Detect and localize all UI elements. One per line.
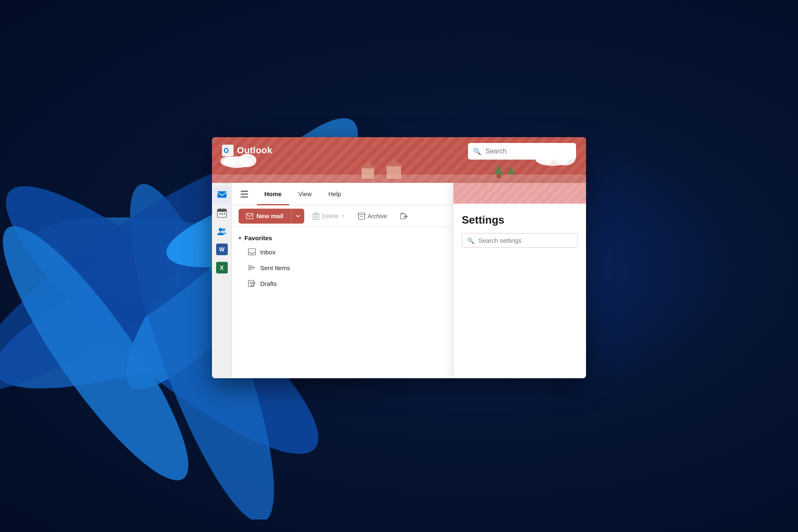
hamburger-line-2: [241, 194, 248, 195]
svg-text:O: O: [224, 147, 229, 154]
sidebar-icon-calendar[interactable]: [214, 204, 230, 221]
mail-icon: [217, 190, 227, 200]
excel-app-icon: X: [216, 262, 228, 273]
settings-title: Settings: [462, 214, 578, 227]
archive-icon: [358, 213, 365, 219]
search-input[interactable]: [485, 148, 571, 155]
svg-rect-37: [315, 213, 317, 214]
delete-button[interactable]: Delete: [308, 209, 349, 224]
settings-search-input[interactable]: [478, 237, 572, 244]
outlook-logo-text: Outlook: [237, 145, 272, 156]
new-mail-button[interactable]: New mail: [239, 209, 291, 224]
settings-search-bar[interactable]: 🔍: [462, 233, 578, 248]
svg-point-32: [219, 228, 222, 232]
svg-point-33: [222, 228, 225, 232]
outlook-logo: O Outlook: [222, 145, 272, 156]
new-mail-group: New mail: [239, 209, 304, 224]
delete-chevron-icon: [341, 215, 345, 217]
sent-items-icon: [248, 264, 256, 272]
svg-rect-29: [219, 213, 220, 214]
svg-rect-17: [387, 166, 401, 179]
hamburger-menu-button[interactable]: [237, 187, 252, 202]
tab-help[interactable]: Help: [321, 183, 349, 205]
svg-rect-15: [362, 168, 374, 179]
new-mail-envelope-icon: [246, 213, 253, 219]
tab-view[interactable]: View: [291, 183, 319, 205]
sidebar-icon-people[interactable]: [214, 223, 230, 239]
svg-rect-42: [358, 214, 365, 219]
delete-icon: [313, 212, 319, 220]
move-to-button[interactable]: [395, 209, 413, 224]
svg-rect-31: [224, 213, 225, 214]
sidebar-icon-excel[interactable]: X: [214, 259, 230, 276]
hamburger-line-1: [241, 191, 248, 192]
move-icon: [400, 213, 408, 219]
outlook-logo-icon: O: [222, 145, 234, 156]
chevron-down-icon: [296, 215, 300, 217]
inbox-icon: [248, 248, 256, 256]
svg-marker-19: [495, 164, 503, 175]
settings-band-pattern: [453, 183, 586, 204]
settings-search-icon: 🔍: [467, 237, 474, 244]
settings-panel: Settings 🔍: [453, 183, 586, 378]
settings-content: Settings 🔍: [453, 204, 586, 254]
header-search-bar[interactable]: 🔍: [468, 143, 576, 160]
outlook-body: W X Home View: [212, 183, 586, 378]
calendar-icon: [217, 208, 227, 218]
favorites-chevron-icon: ▾: [239, 235, 241, 241]
svg-marker-18: [384, 159, 403, 166]
settings-header-band: [453, 183, 586, 204]
icon-sidebar: W X: [212, 183, 232, 378]
drafts-icon: [248, 279, 256, 288]
sidebar-icon-word[interactable]: W: [214, 241, 230, 258]
svg-marker-16: [360, 161, 376, 168]
hamburger-line-3: [241, 197, 248, 197]
outlook-window: O Outlook 🔍: [212, 137, 586, 378]
archive-button[interactable]: Archive: [353, 209, 392, 224]
new-mail-dropdown-button[interactable]: [291, 209, 304, 224]
svg-rect-34: [246, 213, 253, 219]
tab-home[interactable]: Home: [257, 183, 289, 205]
svg-rect-21: [497, 175, 501, 178]
word-app-icon: W: [216, 244, 228, 255]
svg-marker-20: [507, 165, 515, 175]
search-icon: 🔍: [473, 148, 481, 155]
svg-rect-26: [217, 209, 227, 212]
svg-rect-24: [217, 191, 227, 197]
sidebar-icon-mail[interactable]: [214, 186, 230, 203]
svg-rect-30: [221, 213, 222, 214]
svg-point-10: [220, 156, 237, 166]
people-icon: [217, 226, 227, 236]
outlook-header: O Outlook 🔍: [212, 137, 586, 183]
